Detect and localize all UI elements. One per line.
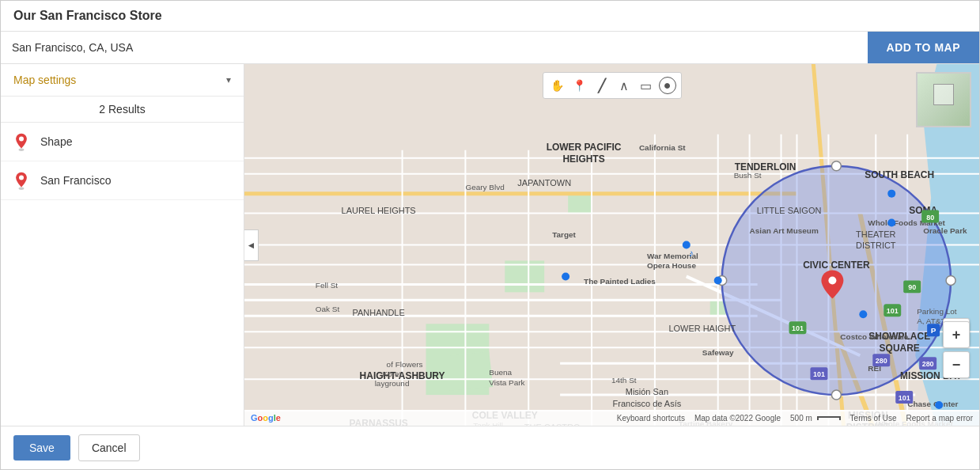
svg-point-128 xyxy=(828,276,836,284)
svg-text:The Painted Ladies: The Painted Ladies xyxy=(584,277,656,286)
svg-text:LOWER HAIGHT: LOWER HAIGHT xyxy=(668,324,736,333)
svg-point-3 xyxy=(19,176,24,180)
hand-tool-button[interactable]: ✋ xyxy=(548,76,567,95)
svg-text:Chase Center: Chase Center xyxy=(907,400,958,408)
report-error-link[interactable]: Report a map error xyxy=(906,414,973,423)
svg-text:101: 101 xyxy=(792,324,804,332)
svg-text:Francisco de Asís: Francisco de Asís xyxy=(613,399,682,408)
map-settings-row[interactable]: Map settings ▾ xyxy=(1,64,244,97)
svg-text:JAPANTOWN: JAPANTOWN xyxy=(517,178,571,188)
svg-text:280: 280 xyxy=(922,360,934,368)
zoom-controls: + − xyxy=(943,321,970,378)
svg-point-120 xyxy=(562,272,569,280)
svg-text:PANHANDLE: PANHANDLE xyxy=(353,308,405,317)
map-svg: LOWER PACIFIC HEIGHTS JAPANTOWN LAUREL H… xyxy=(244,64,979,426)
svg-text:Koret: Koret xyxy=(383,370,402,378)
map-footer-links: Keyboard shortcuts Map data ©2022 Google… xyxy=(617,414,973,423)
rectangle-tool-button[interactable]: ▭ xyxy=(637,76,656,95)
svg-text:of Flowers: of Flowers xyxy=(387,360,423,369)
bottom-bar: Save Cancel xyxy=(1,426,979,469)
cancel-button[interactable]: Cancel xyxy=(78,434,140,461)
app-container: Our San Francisco Store ADD TO MAP Map s… xyxy=(1,1,979,469)
svg-point-2 xyxy=(19,188,25,190)
sidebar-item-san-francisco[interactable]: San Francisco xyxy=(1,161,244,200)
results-count: 2 Results xyxy=(1,97,244,123)
svg-marker-9 xyxy=(449,351,493,391)
main-content: Map settings ▾ 2 Results Shape Sa xyxy=(1,64,979,426)
svg-point-123 xyxy=(887,219,895,227)
svg-point-126 xyxy=(935,401,943,409)
svg-text:Vista Park: Vista Park xyxy=(489,378,524,387)
pin-icon-shape xyxy=(13,132,29,151)
collapse-sidebar-button[interactable]: ◄ xyxy=(244,229,259,261)
svg-point-44 xyxy=(831,161,841,171)
keyboard-shortcuts-link[interactable]: Keyboard shortcuts xyxy=(617,414,685,423)
svg-text:Parking Lot: Parking Lot xyxy=(917,307,957,316)
svg-text:California St: California St xyxy=(639,143,686,152)
svg-text:SOUTH BEACH: SOUTH BEACH xyxy=(865,169,934,180)
map-data-label: Map data ©2022 Google xyxy=(694,414,781,423)
add-to-map-button[interactable]: ADD TO MAP xyxy=(868,32,979,63)
svg-point-47 xyxy=(946,275,955,285)
map-settings-label: Map settings xyxy=(13,74,76,86)
svg-point-125 xyxy=(859,310,867,318)
shape-label: Shape xyxy=(40,135,72,148)
svg-text:CIVIC CENTER: CIVIC CENTER xyxy=(803,260,870,271)
svg-text:SQUARE: SQUARE xyxy=(880,343,920,354)
svg-point-1 xyxy=(19,137,24,142)
map-container[interactable]: LOWER PACIFIC HEIGHTS JAPANTOWN LAUREL H… xyxy=(244,64,979,426)
chevron-down-icon: ▾ xyxy=(226,74,231,85)
svg-text:P: P xyxy=(931,326,936,335)
svg-text:♪: ♪ xyxy=(689,248,694,259)
scale-indicator: 500 m xyxy=(790,414,841,423)
save-button[interactable]: Save xyxy=(13,435,70,461)
map-footer: Google Keyboard shortcuts Map data ©2022… xyxy=(244,410,979,426)
zoom-out-button[interactable]: − xyxy=(943,351,970,378)
svg-text:Oracle Park: Oracle Park xyxy=(923,226,967,235)
pin-icon-sf xyxy=(13,171,29,190)
sidebar: Map settings ▾ 2 Results Shape Sa xyxy=(1,64,244,426)
svg-text:Costco Wholesale: Costco Wholesale xyxy=(840,332,908,341)
svg-text:LOWER PACIFIC: LOWER PACIFIC xyxy=(547,142,622,153)
svg-point-122 xyxy=(714,276,722,284)
svg-text:DISTRICT: DISTRICT xyxy=(856,241,896,250)
svg-text:LAUREL HEIGHTS: LAUREL HEIGHTS xyxy=(342,206,416,215)
title-bar: Our San Francisco Store xyxy=(1,1,979,32)
minimap-highlight xyxy=(933,84,954,104)
svg-text:HEIGHTS: HEIGHTS xyxy=(562,154,604,165)
search-bar: ADD TO MAP xyxy=(1,32,979,64)
zoom-in-button[interactable]: + xyxy=(943,321,970,348)
pin-tool-button[interactable]: 📍 xyxy=(570,76,589,95)
svg-text:101: 101 xyxy=(899,394,910,402)
circle-tool-button[interactable]: ● xyxy=(659,77,676,94)
svg-text:layground: layground xyxy=(375,379,410,388)
search-input[interactable] xyxy=(1,32,868,63)
sidebar-item-shape[interactable]: Shape xyxy=(1,123,244,161)
polyline-tool-button[interactable]: ∧ xyxy=(615,76,634,95)
svg-text:Misión San: Misión San xyxy=(626,387,668,396)
svg-text:THEATER: THEATER xyxy=(856,229,895,239)
sf-label: San Francisco xyxy=(40,174,111,187)
svg-point-0 xyxy=(19,149,25,151)
svg-text:Asian Art Museum: Asian Art Museum xyxy=(750,226,819,235)
terms-of-use-link[interactable]: Terms of Use xyxy=(850,414,897,423)
svg-text:Fell St: Fell St xyxy=(316,281,338,290)
map-toolbar: ✋ 📍 ╱ ∧ ▭ ● xyxy=(543,72,682,99)
svg-text:14th St: 14th St xyxy=(611,376,637,385)
svg-point-45 xyxy=(831,390,841,400)
svg-text:LITTLE SAIGON: LITTLE SAIGON xyxy=(757,206,822,215)
line-tool-button[interactable]: ╱ xyxy=(592,76,611,95)
svg-text:Geary Blvd: Geary Blvd xyxy=(465,183,504,191)
svg-text:Bush St: Bush St xyxy=(734,171,762,180)
svg-text:90: 90 xyxy=(908,283,916,291)
svg-text:Opera House: Opera House xyxy=(647,261,697,270)
minimap xyxy=(916,72,971,127)
svg-text:Oak St: Oak St xyxy=(316,305,340,313)
page-title: Our San Francisco Store xyxy=(13,9,162,22)
svg-text:Buena: Buena xyxy=(489,368,512,377)
svg-text:Target: Target xyxy=(552,230,576,239)
svg-point-124 xyxy=(887,190,895,198)
svg-rect-7 xyxy=(568,194,592,214)
svg-text:101: 101 xyxy=(887,307,899,315)
svg-text:80: 80 xyxy=(926,214,934,222)
